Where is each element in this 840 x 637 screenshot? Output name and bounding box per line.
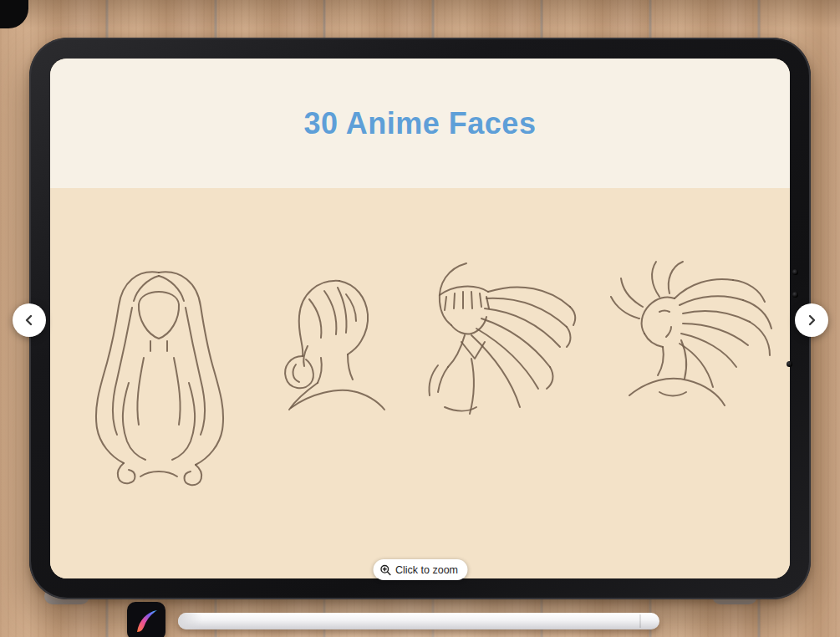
sketch-braided-updo-side	[266, 266, 391, 456]
tablet: 30 Anime Faces	[29, 38, 811, 599]
chevron-right-icon	[805, 313, 818, 327]
screen-header: 30 Anime Faces	[50, 59, 790, 188]
carousel-prev-button[interactable]	[13, 303, 46, 337]
product-photo-stage: 30 Anime Faces	[0, 0, 840, 637]
procreate-logo	[127, 602, 165, 637]
magnifier-plus-icon	[379, 564, 391, 576]
sketch-long-wavy-hair-front	[74, 257, 244, 497]
product-image[interactable]	[50, 188, 790, 578]
bezel-camera-dot	[792, 292, 798, 298]
photo-corner-object	[0, 0, 28, 28]
zoom-button-label: Click to zoom	[395, 564, 458, 576]
sketch-straight-hair-bangs-flowing	[395, 248, 581, 470]
sketch-messy-windblown-hair	[589, 253, 781, 454]
page-title: 30 Anime Faces	[304, 106, 537, 141]
zoom-button[interactable]: Click to zoom	[373, 559, 467, 580]
carousel-next-button[interactable]	[795, 303, 828, 337]
bezel-camera-dot	[787, 361, 792, 367]
chevron-left-icon	[23, 313, 36, 327]
tablet-screen: 30 Anime Faces	[50, 59, 790, 578]
apple-pencil	[178, 613, 659, 629]
bezel-camera-dot	[792, 269, 798, 275]
